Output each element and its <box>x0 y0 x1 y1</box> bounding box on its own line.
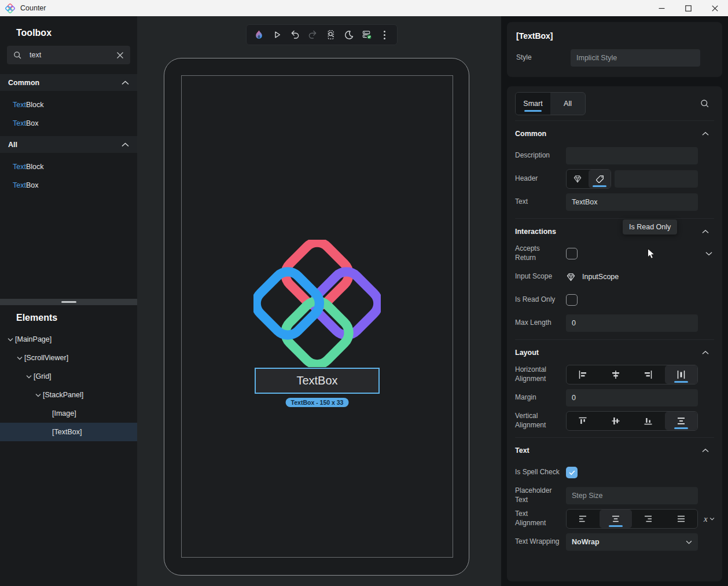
titlebar: Counter <box>0 0 728 16</box>
section-title: Layout <box>515 349 697 357</box>
maximize-button[interactable] <box>675 0 701 16</box>
hot-reload-button[interactable] <box>252 28 266 42</box>
chevron-down-icon[interactable] <box>6 338 15 342</box>
minimize-button[interactable] <box>648 0 675 16</box>
collapse-section-button[interactable] <box>697 131 714 136</box>
h-align-right-button[interactable] <box>632 365 665 384</box>
play-icon <box>273 30 282 39</box>
v-align-center-button[interactable] <box>600 412 633 430</box>
toolbox-item-textbox[interactable]: TextBox <box>0 176 137 195</box>
text-label: Text <box>515 197 560 207</box>
is-spell-check-checkbox[interactable] <box>566 467 578 478</box>
tag-icon <box>595 174 605 184</box>
chevron-up-icon <box>702 229 709 234</box>
window-title: Counter <box>20 4 46 12</box>
max-length-input[interactable]: 0 <box>566 314 698 332</box>
horizontal-alignment-group <box>566 365 698 384</box>
tab-smart[interactable]: Smart <box>516 93 550 115</box>
chevron-down-icon <box>705 251 712 256</box>
v-align-stretch-button[interactable] <box>665 412 698 430</box>
search-icon <box>13 51 22 60</box>
chevron-down-icon[interactable] <box>15 356 24 360</box>
text-alignment-label: Text Alignment <box>515 510 560 528</box>
section-label: All <box>8 141 17 149</box>
v-align-bottom-button[interactable] <box>632 412 665 430</box>
tree-item-stackpanel[interactable]: [StackPanel] <box>0 386 137 404</box>
toolbox-section-common[interactable]: Common <box>0 74 137 91</box>
app-image-uno-logo[interactable] <box>253 240 381 367</box>
tab-all[interactable]: All <box>550 93 585 115</box>
inspect-element-button[interactable] <box>324 28 337 42</box>
collapse-section-button[interactable] <box>697 350 714 355</box>
properties-search-button[interactable] <box>700 99 709 108</box>
search-icon <box>700 99 709 108</box>
input-scope-value[interactable]: InputScope <box>566 272 619 282</box>
v-align-top-button[interactable] <box>567 412 600 430</box>
description-input[interactable] <box>566 147 698 164</box>
collapse-section-button[interactable] <box>697 229 714 234</box>
chevron-down-icon[interactable] <box>24 375 34 379</box>
header-input[interactable] <box>615 170 698 188</box>
text-align-left-icon <box>578 514 588 524</box>
accepts-return-checkbox[interactable] <box>566 248 578 259</box>
selection-header-card: [TextBox] Style Implicit Style <box>507 22 722 77</box>
text-align-justify-button[interactable] <box>665 510 698 528</box>
chevron-down-icon[interactable] <box>34 393 43 397</box>
tree-item-image[interactable]: [Image] <box>0 404 137 423</box>
hot-reload-flame-icon <box>254 30 264 40</box>
text-align-left-button[interactable] <box>567 510 600 528</box>
device-screen[interactable]: TextBox TextBox - 150 x 33 <box>181 75 453 558</box>
more-menu-button[interactable] <box>378 28 391 42</box>
text-align-right-button[interactable] <box>632 510 665 528</box>
section-interactions: Interactions Accepts Return Input Scope <box>515 218 714 339</box>
is-read-only-checkbox[interactable] <box>566 294 578 306</box>
toolbox-item-textblock[interactable]: TextBlock <box>0 158 137 176</box>
play-button[interactable] <box>270 28 284 42</box>
tree-item-scrollviewer[interactable]: [ScrollViewer] <box>0 349 137 367</box>
text-align-justify-icon <box>676 514 686 524</box>
undo-button[interactable] <box>288 28 302 42</box>
toolbox-section-all[interactable]: All <box>0 136 137 153</box>
text-align-center-button[interactable] <box>600 510 633 528</box>
binding-gem-icon <box>566 272 576 282</box>
tree-item-textbox[interactable]: [TextBox] <box>0 423 137 441</box>
theme-toggle-button[interactable] <box>342 28 355 42</box>
show-more-properties-button[interactable] <box>704 251 714 256</box>
panel-splitter[interactable] <box>0 299 137 305</box>
style-input[interactable]: Implicit Style <box>571 49 700 67</box>
toolbox-search-input[interactable]: text <box>7 46 130 64</box>
toolbox-item-textbox[interactable]: TextBox <box>0 114 137 133</box>
clear-search-icon[interactable] <box>116 52 124 59</box>
tree-item-grid[interactable]: [Grid] <box>0 367 137 386</box>
text-wrapping-dropdown[interactable]: NoWrap <box>566 533 698 551</box>
toolbox-item-textblock[interactable]: TextBlock <box>0 96 137 114</box>
v-align-center-icon <box>611 416 621 426</box>
placeholder-text-input[interactable]: Step Size <box>566 487 698 504</box>
text-alignment-group <box>566 509 698 529</box>
h-align-stretch-button[interactable] <box>665 365 698 384</box>
toolbox-search-value: text <box>30 51 109 59</box>
section-text: Text Is Spell Check Placeholder Tex <box>515 437 714 558</box>
canvas-textbox-control[interactable]: TextBox <box>255 368 380 394</box>
expression-variable-button[interactable]: x <box>704 514 715 524</box>
section-title: Common <box>515 130 697 138</box>
collapse-section-button[interactable] <box>697 448 714 453</box>
is-read-only-label: Is Read Only <box>515 295 560 305</box>
selection-size-badge: TextBox - 150 x 33 <box>286 398 349 407</box>
h-align-stretch-icon <box>676 369 686 380</box>
h-align-left-button[interactable] <box>567 365 600 384</box>
splitter-handle-icon <box>61 301 76 303</box>
design-canvas[interactable]: TextBox TextBox - 150 x 33 <box>137 16 501 586</box>
dev-server-status-icon <box>362 30 372 40</box>
dev-server-status-button[interactable] <box>360 28 373 42</box>
tree-item-mainpage[interactable]: [MainPage] <box>0 330 137 349</box>
header-binding-button[interactable] <box>567 170 589 188</box>
redo-button[interactable] <box>306 28 319 42</box>
text-input[interactable]: TextBox <box>566 193 698 211</box>
section-label: Common <box>8 79 39 87</box>
h-align-center-button[interactable] <box>600 365 633 384</box>
max-length-label: Max Length <box>515 318 560 328</box>
header-literal-button[interactable] <box>589 170 611 188</box>
margin-input[interactable]: 0 <box>566 389 698 406</box>
close-button[interactable] <box>701 0 728 16</box>
